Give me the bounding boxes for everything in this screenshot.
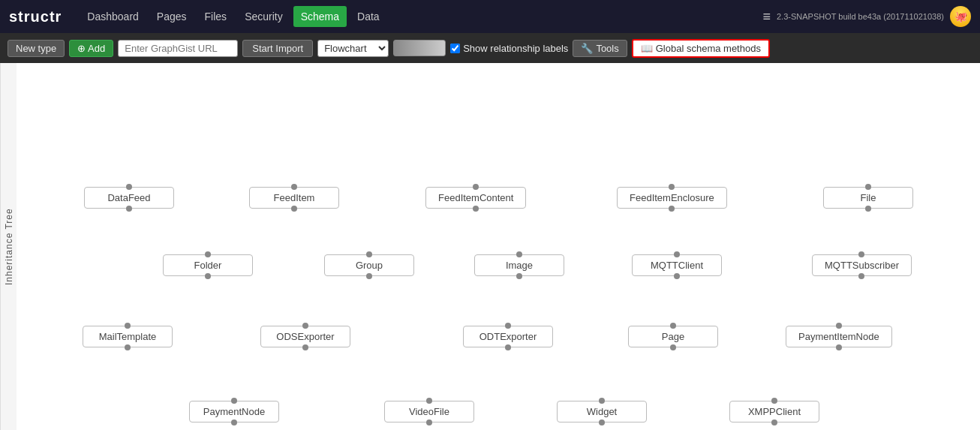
menu-icon[interactable]: ≡: [762, 9, 771, 25]
dot-bottom-videofile: [426, 419, 432, 425]
dot-top-image: [516, 251, 522, 257]
dot-bottom-widget: [599, 419, 605, 425]
dot-bottom-paymentnode: [231, 419, 237, 425]
dot-bottom-odsexporter: [302, 344, 308, 350]
node-videofile[interactable]: VideoFile: [384, 401, 474, 422]
tools-icon: 🔧: [581, 43, 593, 54]
global-schema-icon: 📖: [641, 43, 653, 54]
add-icon: ⊕: [77, 43, 86, 54]
toolbar: New type ⊕ Add Start Import FlowchartOrt…: [0, 33, 980, 63]
dot-bottom-xmppclient: [771, 419, 777, 425]
version-label: 2.3-SNAPSHOT build be43a (201711021038): [777, 12, 944, 21]
node-paymentnode[interactable]: PaymentNode: [189, 401, 279, 422]
show-rel-labels-toggle[interactable]: Show relationship labels: [450, 43, 568, 54]
global-schema-button[interactable]: 📖 Global schema methods: [632, 39, 770, 58]
nav-link-dashboard[interactable]: Dashboard: [80, 6, 146, 27]
node-datafeed[interactable]: DataFeed: [84, 187, 174, 209]
nav-link-security[interactable]: Security: [237, 6, 290, 27]
graphgist-input[interactable]: [118, 40, 238, 57]
dot-bottom-feeditem: [291, 206, 297, 212]
start-import-button[interactable]: Start Import: [242, 40, 313, 57]
node-xmppclient[interactable]: XMPPClient: [729, 401, 819, 422]
dot-bottom-group: [366, 273, 372, 279]
node-odtexporter[interactable]: ODTExporter: [463, 326, 553, 347]
node-mqttclient[interactable]: MQTTClient: [632, 254, 722, 276]
dot-bottom-feeditemcontent: [473, 206, 479, 212]
dot-top-odsexporter: [302, 323, 308, 329]
dot-top-folder: [205, 251, 211, 257]
node-feeditemcontent[interactable]: FeedItemContent: [425, 187, 526, 209]
dot-bottom-odtexporter: [505, 344, 511, 350]
node-mqttsubscriber[interactable]: MQTTSubscriber: [812, 254, 912, 276]
dot-top-file: [865, 184, 871, 190]
node-paymentitemnode[interactable]: PaymentItemNode: [786, 326, 892, 347]
nav-link-files[interactable]: Files: [197, 6, 235, 27]
dot-bottom-datafeed: [126, 206, 132, 212]
topnav: structr DashboardPagesFilesSecuritySchem…: [0, 0, 980, 33]
nav-links: DashboardPagesFilesSecuritySchemaData: [80, 6, 762, 27]
dot-top-feeditemenclosure: [669, 184, 675, 190]
node-group[interactable]: Group: [324, 254, 414, 276]
nav-link-data[interactable]: Data: [350, 6, 387, 27]
schema-canvas[interactable]: DataFeedFeedItemFeedItemContentFeedItemE…: [17, 63, 980, 430]
topnav-right: ≡ 2.3-SNAPSHOT build be43a (201711021038…: [762, 6, 971, 27]
dot-top-page: [670, 323, 676, 329]
dot-bottom-mqttclient: [674, 273, 680, 279]
dot-bottom-folder: [205, 273, 211, 279]
dot-top-mqttclient: [674, 251, 680, 257]
dot-top-mailtemplate: [125, 323, 131, 329]
dot-top-odtexporter: [505, 323, 511, 329]
dot-top-xmppclient: [771, 398, 777, 404]
node-feeditem[interactable]: FeedItem: [249, 187, 339, 209]
dot-bottom-image: [516, 273, 522, 279]
dot-top-paymentnode: [231, 398, 237, 404]
color-swatch: [393, 40, 446, 56]
dot-top-feeditem: [291, 184, 297, 190]
node-widget[interactable]: Widget: [557, 401, 647, 422]
dot-top-paymentitemnode: [836, 323, 842, 329]
dot-top-feeditemcontent: [473, 184, 479, 190]
dot-top-datafeed: [126, 184, 132, 190]
nav-link-schema[interactable]: Schema: [293, 6, 347, 27]
dot-top-group: [366, 251, 372, 257]
node-mailtemplate[interactable]: MailTemplate: [83, 326, 173, 347]
main-area: Inheritance Tree DataFeedFeedItemFeedIte…: [0, 63, 980, 430]
node-feeditemenclosure[interactable]: FeedItemEnclosure: [617, 187, 727, 209]
new-type-button[interactable]: New type: [8, 40, 65, 57]
node-folder[interactable]: Folder: [163, 254, 253, 276]
dot-bottom-paymentitemnode: [836, 344, 842, 350]
app-logo: structr: [9, 8, 62, 26]
dot-bottom-mqttsubscriber: [858, 273, 864, 279]
dot-top-widget: [599, 398, 605, 404]
node-odsexporter[interactable]: ODSExporter: [260, 326, 350, 347]
dot-bottom-file: [865, 206, 871, 212]
show-rel-labels-checkbox[interactable]: [450, 44, 460, 53]
diagram-type-select[interactable]: FlowchartOrthogonalCurved: [317, 40, 389, 57]
avatar: 🐙: [950, 6, 971, 27]
nav-link-pages[interactable]: Pages: [149, 6, 194, 27]
add-button[interactable]: ⊕ Add: [69, 40, 113, 57]
side-label: Inheritance Tree: [0, 63, 17, 430]
dot-bottom-page: [670, 344, 676, 350]
node-file[interactable]: File: [823, 187, 913, 209]
node-image[interactable]: Image: [474, 254, 564, 276]
dot-bottom-mailtemplate: [125, 344, 131, 350]
node-page[interactable]: Page: [628, 326, 718, 347]
dot-bottom-feeditemenclosure: [669, 206, 675, 212]
dot-top-videofile: [426, 398, 432, 404]
tools-button[interactable]: 🔧 Tools: [573, 40, 627, 57]
dot-top-mqttsubscriber: [858, 251, 864, 257]
